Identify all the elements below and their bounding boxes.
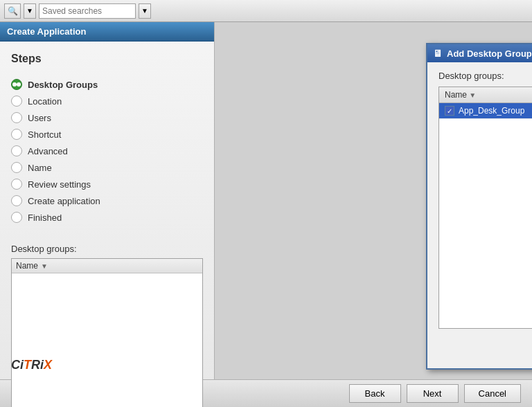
cancel-button[interactable]: Cancel bbox=[464, 384, 521, 403]
modal-body: Desktop groups: Name ▼ Mac bbox=[427, 62, 532, 337]
step-circle-desktop-groups bbox=[11, 79, 22, 90]
step-label-users: Users bbox=[28, 113, 51, 123]
step-desktop-groups[interactable]: Desktop Groups bbox=[11, 76, 203, 93]
modal-titlebar: 🖥 Add Desktop Group ─ □ ✕ bbox=[427, 44, 532, 62]
steps-heading: Steps bbox=[11, 53, 203, 65]
step-advanced[interactable]: Advanced bbox=[11, 143, 203, 159]
search-input[interactable] bbox=[39, 3, 136, 19]
step-circle-shortcut bbox=[11, 129, 22, 140]
back-button[interactable]: Back bbox=[349, 384, 401, 403]
step-label-finished: Finished bbox=[28, 212, 62, 223]
step-create-application[interactable]: Create application bbox=[11, 192, 203, 209]
col-name-header: Name ▼ bbox=[439, 87, 532, 103]
search-arrow-btn[interactable]: ▼ bbox=[139, 3, 151, 19]
steps-section: Steps Desktop Groups Location Users Shor… bbox=[0, 42, 214, 237]
modal-section-label: Desktop groups: bbox=[438, 71, 532, 81]
next-button[interactable]: Next bbox=[407, 384, 459, 403]
search-button[interactable]: 🔍 bbox=[4, 3, 21, 19]
step-finished[interactable]: Finished bbox=[11, 209, 203, 226]
modal-overlay: 🖥 Add Desktop Group ─ □ ✕ Desktop groups… bbox=[215, 22, 532, 379]
main-area: Create Application Steps Desktop Groups … bbox=[0, 22, 532, 379]
add-desktop-group-modal: 🖥 Add Desktop Group ─ □ ✕ Desktop groups… bbox=[426, 43, 532, 370]
left-panel-title: Create Application bbox=[0, 22, 214, 42]
modal-title: 🖥 Add Desktop Group bbox=[433, 48, 532, 59]
step-users[interactable]: Users bbox=[11, 109, 203, 126]
step-label-name: Name bbox=[28, 163, 52, 173]
step-circle-users bbox=[11, 112, 22, 123]
dg-list-header: Name ▼ bbox=[12, 259, 202, 273]
dg-name-header: Name ▼ bbox=[16, 261, 198, 271]
top-bar: 🔍 ▼ ▼ bbox=[0, 0, 532, 22]
step-circle-advanced bbox=[11, 145, 22, 156]
citrix-logo: CiTRiX bbox=[11, 358, 52, 372]
modal-title-icon: 🖥 bbox=[433, 48, 443, 59]
step-circle-review bbox=[11, 179, 22, 190]
step-label-review: Review settings bbox=[28, 179, 91, 190]
step-label-advanced: Advanced bbox=[28, 146, 68, 156]
step-circle-create bbox=[11, 195, 22, 206]
step-circle-name bbox=[11, 162, 22, 173]
table-row[interactable]: ✓ App_Desk_Group Permanent, for applicat… bbox=[439, 103, 532, 120]
row-checkbox[interactable]: ✓ bbox=[445, 106, 454, 116]
step-label-create: Create application bbox=[28, 196, 100, 206]
search-dropdown-btn[interactable]: ▼ bbox=[24, 3, 36, 19]
desktop-groups-section: Desktop groups: Name ▼ Add existing... bbox=[0, 237, 214, 407]
step-label-location: Location bbox=[28, 96, 62, 107]
step-name[interactable]: Name bbox=[11, 159, 203, 176]
step-location[interactable]: Location bbox=[11, 93, 203, 109]
step-shortcut[interactable]: Shortcut bbox=[11, 126, 203, 143]
step-label-desktop-groups: Desktop Groups bbox=[28, 80, 98, 90]
step-review-settings[interactable]: Review settings bbox=[11, 176, 203, 192]
dg-sort-arrow: ▼ bbox=[41, 262, 48, 270]
right-panel: 🖥 Add Desktop Group ─ □ ✕ Desktop groups… bbox=[215, 22, 532, 379]
modal-footer: OK Cancel bbox=[427, 337, 532, 368]
modal-table: Name ▼ Machine type bbox=[439, 87, 532, 120]
step-circle-finished bbox=[11, 212, 22, 223]
modal-table-body: ✓ App_Desk_Group Permanent, for applicat… bbox=[439, 103, 532, 120]
name-sort-icon: ▼ bbox=[469, 91, 476, 99]
desktop-groups-list[interactable]: Name ▼ bbox=[11, 258, 203, 407]
modal-table-header: Name ▼ Machine type bbox=[439, 87, 532, 103]
row-name-cell: ✓ App_Desk_Group bbox=[439, 103, 532, 119]
step-circle-location bbox=[11, 96, 22, 107]
search-area: 🔍 ▼ ▼ bbox=[4, 3, 151, 19]
left-panel: Create Application Steps Desktop Groups … bbox=[0, 22, 215, 379]
modal-table-container[interactable]: Name ▼ Machine type bbox=[438, 87, 532, 329]
step-label-shortcut: Shortcut bbox=[28, 129, 61, 140]
desktop-groups-section-label: Desktop groups: bbox=[11, 244, 203, 254]
